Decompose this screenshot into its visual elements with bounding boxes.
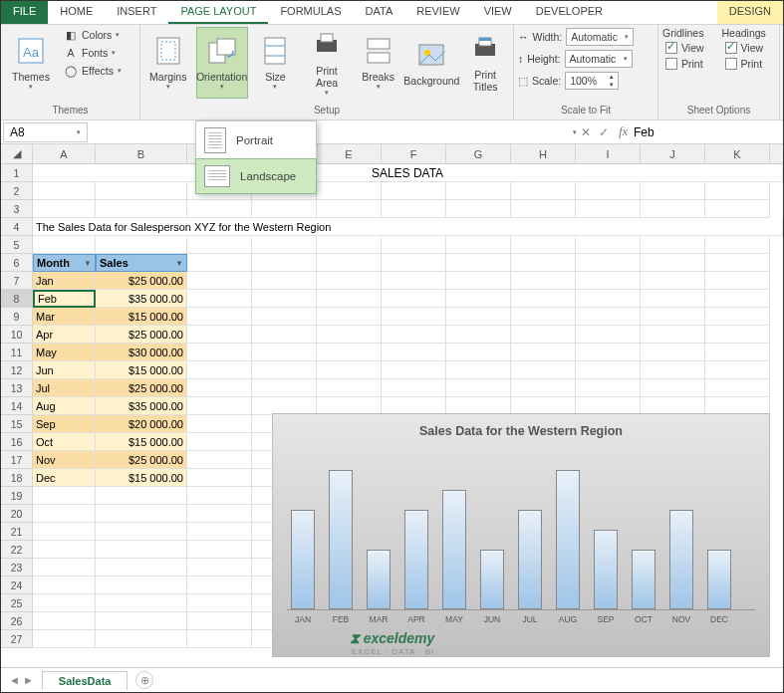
cancel-button[interactable]: ✕ — [577, 125, 595, 139]
cell[interactable]: $20 000.00 — [96, 415, 187, 433]
tab-view[interactable]: VIEW — [472, 1, 524, 24]
col-header[interactable]: B — [96, 144, 187, 163]
chart-area[interactable]: Sales Data for the Western Region JANFEB… — [272, 413, 770, 657]
cell[interactable] — [187, 559, 252, 577]
gridlines-view-checkbox[interactable]: View — [662, 41, 716, 55]
row-header[interactable]: 4 — [1, 218, 33, 236]
cell[interactable] — [446, 344, 511, 361]
cell[interactable]: Aug — [33, 397, 96, 415]
cell[interactable] — [446, 290, 511, 308]
cell[interactable] — [511, 290, 576, 308]
cell[interactable]: $15 000.00 — [96, 433, 187, 451]
cell[interactable]: $35 000.00 — [96, 397, 187, 415]
cell[interactable]: $15 000.00 — [96, 361, 187, 379]
cell[interactable]: Feb — [33, 290, 96, 308]
cell[interactable] — [96, 182, 187, 200]
width-select[interactable]: Automatic▾ — [566, 28, 634, 46]
cell[interactable] — [317, 236, 382, 254]
print-titles-button[interactable]: Print Titles — [461, 27, 509, 99]
cell[interactable] — [96, 487, 187, 505]
cell[interactable] — [641, 272, 705, 290]
chart-bar[interactable] — [404, 510, 428, 609]
chart-bar[interactable] — [329, 470, 353, 609]
title-cell[interactable]: SALES DATA — [33, 164, 783, 182]
sheet-tab[interactable]: SalesData — [42, 671, 129, 690]
fonts-button[interactable]: AFonts ▾ — [61, 45, 125, 61]
row-header[interactable]: 16 — [1, 433, 33, 451]
row-header[interactable]: 22 — [1, 541, 33, 559]
cell[interactable] — [252, 379, 317, 397]
headings-print-checkbox[interactable]: Print — [722, 57, 776, 71]
formula-input[interactable] — [634, 125, 783, 139]
chart-bar[interactable] — [442, 490, 466, 609]
cell[interactable] — [511, 182, 576, 200]
add-sheet-button[interactable]: ⊕ — [135, 671, 153, 689]
cell[interactable] — [576, 236, 641, 254]
chart-bar[interactable] — [707, 550, 731, 609]
cell[interactable] — [33, 523, 96, 541]
headings-view-checkbox[interactable]: View — [722, 41, 776, 55]
cell[interactable]: Dec — [33, 469, 96, 487]
cell[interactable] — [382, 361, 446, 379]
cell[interactable]: Jan — [33, 272, 96, 290]
cell[interactable] — [187, 487, 252, 505]
cell[interactable] — [576, 290, 641, 308]
cell[interactable] — [382, 290, 446, 308]
row-header[interactable]: 12 — [1, 361, 33, 379]
row-header[interactable]: 6 — [1, 254, 33, 272]
cell[interactable] — [96, 559, 187, 577]
tab-data[interactable]: DATA — [354, 1, 405, 24]
tab-design[interactable]: DESIGN — [717, 1, 783, 24]
cell[interactable] — [252, 290, 317, 308]
row-header[interactable]: 26 — [1, 612, 33, 630]
cell[interactable]: $15 000.00 — [96, 469, 187, 487]
tab-formulas[interactable]: FORMULAS — [268, 1, 353, 24]
cell[interactable] — [511, 200, 576, 218]
row-header[interactable]: 19 — [1, 487, 33, 505]
cell[interactable] — [252, 236, 317, 254]
cell[interactable] — [382, 344, 446, 361]
row-header[interactable]: 24 — [1, 577, 33, 594]
cell[interactable] — [641, 308, 705, 326]
col-header[interactable]: J — [641, 144, 705, 163]
cell[interactable] — [33, 200, 96, 218]
cell[interactable] — [96, 577, 187, 594]
cell[interactable] — [317, 308, 382, 326]
tab-insert[interactable]: INSERT — [105, 1, 168, 24]
cell[interactable] — [511, 236, 576, 254]
cell[interactable] — [187, 254, 252, 272]
cell[interactable]: Month▼ — [33, 254, 96, 272]
cell[interactable] — [96, 630, 187, 648]
chart-bar[interactable] — [594, 530, 618, 609]
row-header[interactable]: 9 — [1, 308, 33, 326]
cell[interactable] — [641, 326, 705, 344]
orientation-button[interactable]: Orientation▾ — [196, 27, 248, 99]
cell[interactable] — [382, 254, 446, 272]
row-header[interactable]: 7 — [1, 272, 33, 290]
cell[interactable] — [252, 272, 317, 290]
cell[interactable] — [187, 272, 252, 290]
cell[interactable] — [446, 361, 511, 379]
col-header[interactable]: A — [33, 144, 96, 163]
cell[interactable]: $25 000.00 — [96, 272, 187, 290]
size-button[interactable]: Size▾ — [252, 27, 300, 99]
cell[interactable] — [705, 290, 770, 308]
cell[interactable] — [252, 200, 317, 218]
cell[interactable] — [96, 200, 187, 218]
cell[interactable] — [382, 379, 446, 397]
cell[interactable] — [317, 290, 382, 308]
cell[interactable]: $25 000.00 — [96, 451, 187, 469]
cell[interactable] — [96, 541, 187, 559]
cell[interactable] — [33, 577, 96, 594]
cell[interactable]: Oct — [33, 433, 96, 451]
cell[interactable] — [576, 326, 641, 344]
tab-review[interactable]: REVIEW — [404, 1, 471, 24]
cell[interactable] — [382, 272, 446, 290]
cell[interactable] — [511, 344, 576, 361]
cell[interactable] — [187, 594, 252, 612]
cell[interactable] — [446, 182, 511, 200]
cell[interactable] — [317, 379, 382, 397]
row-header[interactable]: 8 — [1, 290, 33, 308]
cell[interactable] — [96, 236, 187, 254]
cell[interactable] — [187, 415, 252, 433]
